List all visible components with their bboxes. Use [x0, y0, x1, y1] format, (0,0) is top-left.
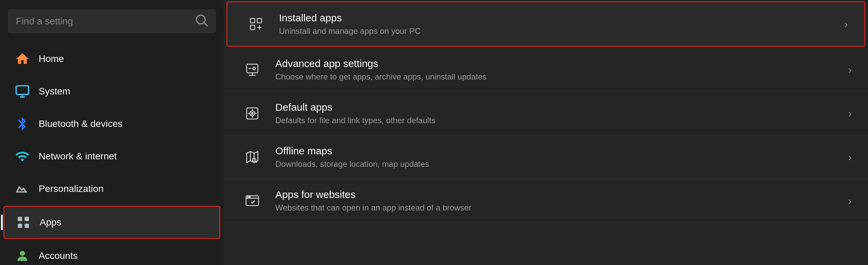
settings-item-installed-apps[interactable]: Installed apps Uninstall and manage apps… [226, 1, 865, 47]
system-icon [14, 83, 31, 100]
sidebar-item-home-label: Home [39, 53, 64, 64]
offline-maps-text: Offline maps Downloads, storage location… [275, 145, 840, 169]
installed-apps-title: Installed apps [279, 12, 836, 24]
advanced-app-settings-title: Advanced app settings [275, 58, 840, 69]
settings-item-apps-for-websites[interactable]: Apps for websites Websites that can open… [224, 179, 868, 223]
settings-list: Installed apps Uninstall and manage apps… [224, 0, 868, 223]
sidebar-item-home[interactable]: Home [3, 43, 220, 74]
offline-maps-chevron: › [848, 151, 852, 163]
settings-item-default-apps[interactable]: Default apps Defaults for file and link … [224, 92, 868, 135]
svg-rect-2 [16, 86, 29, 95]
sidebar-item-accounts[interactable]: Accounts [3, 240, 220, 265]
bluetooth-icon [14, 116, 31, 132]
advanced-app-settings-desc: Choose where to get apps, archive apps, … [275, 72, 840, 82]
accounts-icon [14, 248, 31, 264]
svg-point-27 [248, 197, 249, 198]
sidebar-item-network[interactable]: Network & internet [3, 141, 220, 172]
sidebar-item-apps[interactable]: Apps [3, 206, 220, 239]
svg-point-0 [196, 15, 205, 24]
apps-icon [15, 214, 32, 230]
apps-for-websites-text: Apps for websites Websites that can open… [275, 189, 840, 213]
sidebar-item-system[interactable]: System [3, 76, 220, 107]
installed-apps-text: Installed apps Uninstall and manage apps… [279, 12, 836, 36]
svg-point-18 [253, 67, 255, 70]
search-input[interactable] [8, 9, 216, 33]
main-content: Installed apps Uninstall and manage apps… [224, 0, 868, 265]
default-apps-icon [240, 101, 264, 126]
offline-maps-icon [240, 145, 264, 169]
offline-maps-title: Offline maps [275, 145, 840, 157]
sidebar: Home System Bluetooth & devices Network … [0, 0, 224, 265]
svg-rect-8 [25, 224, 29, 228]
advanced-app-settings-text: Advanced app settings Choose where to ge… [275, 58, 840, 82]
svg-rect-11 [257, 19, 262, 23]
advanced-app-settings-icon [240, 58, 264, 82]
home-icon [14, 51, 31, 67]
svg-rect-15 [247, 64, 258, 73]
installed-apps-desc: Uninstall and manage apps on your PC [279, 26, 836, 36]
apps-for-websites-icon [240, 189, 264, 213]
sidebar-item-bluetooth-label: Bluetooth & devices [39, 118, 123, 129]
offline-maps-desc: Downloads, storage location, map updates [275, 159, 840, 169]
sidebar-item-network-label: Network & internet [39, 151, 117, 162]
svg-rect-12 [251, 25, 255, 30]
apps-for-websites-desc: Websites that can open in an app instead… [275, 203, 840, 213]
svg-point-9 [20, 251, 25, 256]
settings-item-advanced-app-settings[interactable]: Advanced app settings Choose where to ge… [224, 48, 868, 92]
sidebar-item-apps-label: Apps [40, 217, 61, 228]
sidebar-item-system-label: System [39, 86, 70, 97]
installed-apps-chevron: › [844, 18, 848, 30]
default-apps-desc: Defaults for file and link types, other … [275, 116, 840, 125]
advanced-app-settings-chevron: › [848, 64, 852, 76]
installed-apps-icon [244, 12, 268, 36]
settings-item-offline-maps[interactable]: Offline maps Downloads, storage location… [224, 135, 868, 179]
svg-rect-7 [18, 224, 22, 228]
svg-line-1 [204, 23, 208, 26]
svg-point-21 [251, 112, 253, 114]
sidebar-item-personalization[interactable]: Personalization [3, 173, 220, 204]
sidebar-item-personalization-label: Personalization [39, 183, 103, 194]
svg-point-28 [249, 197, 250, 198]
search-container [0, 0, 224, 43]
svg-rect-5 [18, 217, 22, 221]
default-apps-chevron: › [848, 107, 852, 120]
search-icon [194, 13, 209, 30]
network-icon [14, 148, 31, 164]
apps-for-websites-chevron: › [848, 195, 852, 207]
personalization-icon [14, 181, 31, 197]
sidebar-item-bluetooth[interactable]: Bluetooth & devices [3, 108, 220, 139]
svg-rect-6 [25, 217, 29, 221]
default-apps-title: Default apps [275, 102, 840, 113]
svg-rect-10 [251, 19, 255, 23]
default-apps-text: Default apps Defaults for file and link … [275, 102, 840, 125]
sidebar-item-accounts-label: Accounts [39, 250, 78, 261]
apps-for-websites-title: Apps for websites [275, 189, 840, 200]
